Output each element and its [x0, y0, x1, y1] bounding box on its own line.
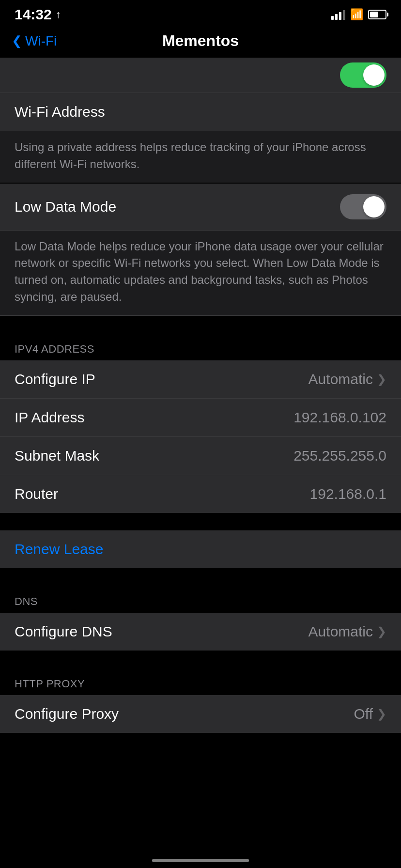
configure-dns-value: Automatic	[308, 623, 373, 640]
configure-dns-label: Configure DNS	[15, 623, 112, 640]
configure-proxy-chevron: ❯	[377, 707, 386, 721]
battery-icon	[368, 10, 386, 19]
router-label: Router	[15, 486, 58, 502]
configure-proxy-row[interactable]: Configure Proxy Off ❯	[0, 695, 401, 733]
gap-3	[0, 513, 401, 530]
subnet-mask-label: Subnet Mask	[15, 448, 99, 464]
http-proxy-section-header: HTTP PROXY	[0, 668, 401, 695]
configure-ip-chevron: ❯	[377, 372, 386, 386]
wifi-address-label: Wi-Fi Address	[15, 104, 105, 120]
signal-bars	[331, 9, 345, 20]
wifi-address-description: Using a private address helps reduce tra…	[0, 131, 401, 183]
configure-proxy-value: Off	[354, 706, 373, 722]
page-title: Mementos	[162, 32, 239, 50]
top-toggle-row	[0, 58, 401, 93]
nav-header: ❮ Wi-Fi Mementos	[0, 26, 401, 58]
renew-lease-row[interactable]: Renew Lease	[0, 530, 401, 568]
low-data-mode-toggle[interactable]	[340, 194, 386, 219]
private-address-toggle[interactable]	[340, 62, 386, 88]
subnet-mask-row: Subnet Mask 255.255.255.0	[0, 437, 401, 475]
renew-lease-label: Renew Lease	[15, 541, 103, 558]
configure-dns-row[interactable]: Configure DNS Automatic ❯	[0, 613, 401, 651]
http-proxy-group: Configure Proxy Off ❯	[0, 695, 401, 733]
configure-ip-value: Automatic	[308, 371, 373, 388]
gap-4	[0, 568, 401, 586]
router-row: Router 192.168.0.1	[0, 475, 401, 513]
home-indicator	[152, 859, 249, 862]
low-data-description: Low Data Mode helps reduce your iPhone d…	[0, 231, 401, 316]
status-bar: 14:32 ↑ 📶	[0, 0, 401, 26]
configure-proxy-label: Configure Proxy	[15, 706, 119, 722]
ip-address-value: 192.168.0.102	[293, 409, 386, 426]
status-icons: 📶	[331, 8, 386, 21]
gap-5	[0, 651, 401, 668]
bottom-spacer	[0, 733, 401, 781]
configure-ip-row[interactable]: Configure IP Automatic ❯	[0, 360, 401, 399]
ipv4-group: Configure IP Automatic ❯ IP Address 192.…	[0, 360, 401, 513]
low-data-mode-label: Low Data Mode	[15, 199, 116, 215]
location-icon: ↑	[56, 8, 61, 21]
router-value: 192.168.0.1	[310, 486, 386, 502]
configure-dns-chevron: ❯	[377, 625, 386, 638]
dns-group: Configure DNS Automatic ❯	[0, 613, 401, 651]
status-time: 14:32	[15, 6, 52, 23]
gap-2	[0, 316, 401, 333]
configure-ip-label: Configure IP	[15, 371, 95, 388]
wifi-icon: 📶	[350, 8, 363, 21]
back-label: Wi-Fi	[25, 33, 57, 49]
wifi-address-section: Wi-Fi Address Using a private address he…	[0, 93, 401, 183]
ip-address-label: IP Address	[15, 409, 85, 426]
back-button[interactable]: ❮ Wi-Fi	[12, 33, 57, 49]
ipv4-section-header: IPV4 ADDRESS	[0, 333, 401, 360]
subnet-mask-value: 255.255.255.0	[293, 448, 386, 464]
low-data-mode-row: Low Data Mode	[0, 184, 401, 231]
back-chevron-icon: ❮	[12, 33, 22, 48]
ip-address-row: IP Address 192.168.0.102	[0, 399, 401, 437]
dns-section-header: DNS	[0, 586, 401, 613]
wifi-address-row: Wi-Fi Address	[0, 93, 401, 131]
